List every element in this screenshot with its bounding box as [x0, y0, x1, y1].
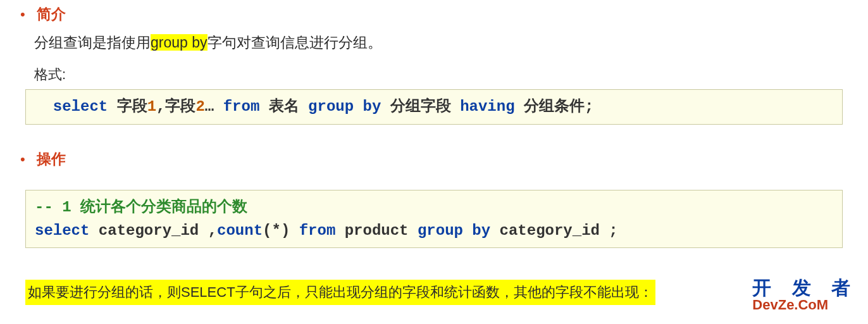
bullet-dot-icon: • — [20, 148, 25, 170]
code-txt-comma: ,字段 — [156, 98, 195, 115]
intro-highlight-groupby: group by — [151, 34, 208, 51]
kw-groupby: group by — [308, 98, 381, 115]
code-txt-table: 表名 — [259, 98, 308, 115]
kw-count: count — [217, 222, 263, 239]
kw-groupby-2: group by — [418, 222, 490, 239]
bullet-dot-icon: • — [20, 3, 25, 25]
format-label: 格式: — [34, 63, 843, 85]
code-num-1: 1 — [147, 98, 156, 115]
note-highlight: 如果要进行分组的话，则SELECT子句之后，只能出现分组的字段和统计函数，其他的… — [25, 280, 655, 304]
intro-text-post: 字句对查询信息进行分组。 — [208, 34, 382, 51]
code-num-2: 2 — [195, 98, 204, 115]
code-txt-dots: … — [205, 98, 223, 115]
code-txt-mid1: category_id , — [89, 222, 217, 239]
kw-select: select — [53, 98, 108, 115]
section-title-intro: 简介 — [37, 3, 66, 26]
code-txt-mid3: category_id ; — [490, 222, 618, 239]
code-comment: -- 1 统计各个分类商品的个数 — [35, 199, 247, 216]
code-txt-paren: (*) — [263, 222, 299, 239]
section-intro-header: • 简介 — [25, 3, 843, 26]
intro-text-pre: 分组查询是指使用 — [34, 34, 151, 51]
kw-from: from — [223, 98, 260, 115]
code-block-format: select 字段1,字段2… from 表名 group by 分组字段 ha… — [25, 89, 843, 125]
code-block-example: -- 1 统计各个分类商品的个数 select category_id ,cou… — [25, 190, 843, 248]
kw-having: having — [460, 98, 514, 115]
code-txt-mid2: product — [335, 222, 418, 239]
code-txt-grpfield: 分组字段 — [381, 98, 460, 115]
kw-from-2: from — [299, 222, 336, 239]
code-txt-field-a: 字段 — [108, 98, 147, 115]
section-title-op: 操作 — [37, 147, 66, 171]
section-op-header: • 操作 — [25, 147, 843, 171]
kw-select-2: select — [35, 222, 89, 239]
code-txt-cond: 分组条件; — [515, 98, 594, 115]
intro-sentence: 分组查询是指使用group by字句对查询信息进行分组。 — [34, 31, 843, 54]
